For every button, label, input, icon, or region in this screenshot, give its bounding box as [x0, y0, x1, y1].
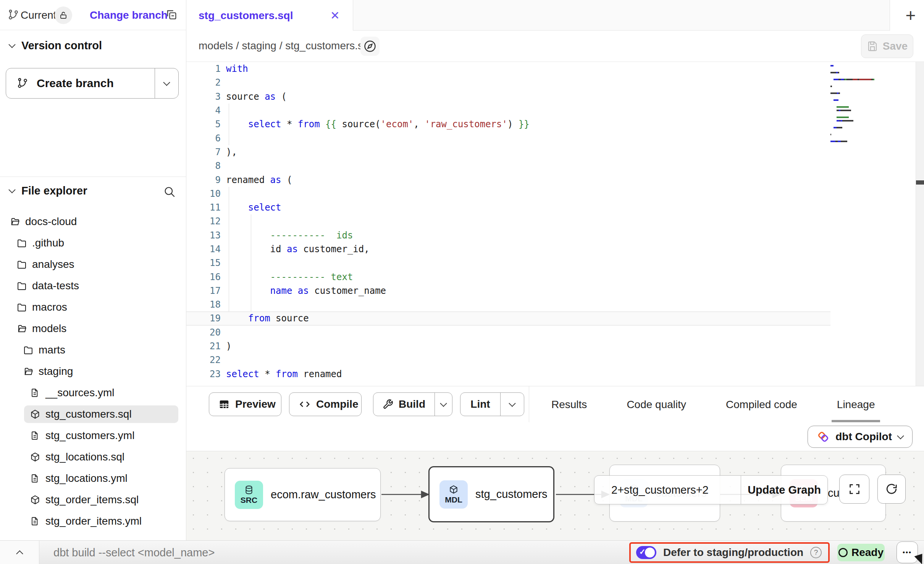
code-line[interactable]: 8 [186, 159, 924, 173]
lineage-canvas[interactable]: MDL customers SEM cus SRC ecom.raw_custo… [186, 451, 924, 540]
tree-item-label: docs-cloud [25, 216, 77, 228]
line-number: 15 [186, 258, 226, 268]
code-text: from source [226, 313, 309, 324]
code-text: renamed as ( [226, 175, 292, 185]
code-line[interactable]: 7), [186, 145, 924, 159]
tab-lineage[interactable]: Lineage [837, 386, 875, 423]
code-line[interactable]: 23select * from renamed [186, 367, 924, 381]
section-divider [0, 177, 186, 177]
lineage-selector-bar: 2+stg_customers+2 Update Graph [594, 475, 828, 504]
scrollbar-thumb[interactable] [916, 180, 924, 185]
tree-item-analyses[interactable]: analyses [0, 254, 186, 275]
create-branch-button[interactable]: Create branch [6, 68, 179, 99]
tab-stg-customers-sql[interactable]: stg_customers.sql ✕ [186, 0, 353, 31]
tree-item-models[interactable]: models [0, 318, 186, 339]
preview-label: Preview [235, 398, 276, 410]
close-icon[interactable]: ✕ [330, 9, 340, 22]
tab-compiled-code[interactable]: Compiled code [726, 386, 797, 423]
tree-item-docs-cloud[interactable]: docs-cloud [0, 211, 186, 232]
code-line[interactable]: 18 [186, 298, 924, 311]
code-line[interactable]: 12 [186, 214, 924, 228]
tree-item-stg_order_items.sql[interactable]: stg_order_items.sql [0, 489, 186, 511]
code-line[interactable]: 15 [186, 256, 924, 270]
line-number: 21 [186, 341, 226, 352]
tree-item-staging[interactable]: staging [0, 361, 186, 382]
tree-item-stg_customers.yml[interactable]: stg_customers.yml [0, 425, 186, 446]
copy-icon[interactable] [165, 8, 178, 21]
tree-item-data-tests[interactable]: data-tests [0, 275, 186, 297]
build-dropdown[interactable] [435, 393, 452, 416]
status-badge: Ready [837, 544, 885, 561]
refresh-button[interactable] [877, 475, 906, 504]
search-icon[interactable] [163, 185, 176, 198]
code-line[interactable]: 22 [186, 353, 924, 367]
defer-toggle[interactable]: ✓ [636, 546, 656, 559]
change-branch-link[interactable]: Change branch [90, 9, 168, 21]
create-branch-dropdown[interactable] [155, 68, 178, 98]
tree-item-label: data-tests [32, 280, 79, 292]
compile-button[interactable]: Compile [289, 392, 362, 416]
code-line[interactable]: 17 name as customer_name [186, 284, 924, 298]
code-line[interactable]: 14 id as customer_id, [186, 242, 924, 256]
new-tab-button[interactable]: + [900, 5, 922, 26]
tab-code-quality[interactable]: Code quality [627, 386, 686, 423]
code-line[interactable]: 20 [186, 326, 924, 339]
minimap[interactable] [830, 65, 879, 147]
code-line[interactable]: 1with [186, 62, 924, 76]
code-line[interactable]: 4 [186, 104, 924, 117]
code-line[interactable]: 2 [186, 76, 924, 89]
editor-scrollbar[interactable] [916, 62, 924, 386]
code-line[interactable]: 3source as ( [186, 90, 924, 104]
lineage-node-source[interactable]: SRC ecom.raw_customers [225, 468, 381, 521]
sidebar: Current Change branch Version control Cr… [0, 0, 186, 540]
preview-button[interactable]: Preview [209, 392, 281, 416]
code-line[interactable]: 21) [186, 339, 924, 353]
chevron-down-icon [163, 79, 170, 86]
fullscreen-button[interactable] [839, 475, 869, 504]
build-button[interactable]: Build [373, 392, 452, 416]
tree-item-stg_customers.sql[interactable]: stg_customers.sql [0, 404, 186, 425]
code-editor[interactable]: 1with23source as (45 select * from {{ so… [186, 62, 924, 386]
chevron-down-icon [8, 186, 15, 193]
chevron-down-icon [509, 400, 515, 407]
tree-item-.github[interactable]: .github [0, 232, 186, 254]
help-icon[interactable]: ? [810, 547, 822, 558]
lineage-selector-input[interactable]: 2+stg_customers+2 [594, 476, 741, 504]
code-line[interactable]: 9renamed as ( [186, 173, 924, 186]
code-text: select * from {{ source('ecom', 'raw_cus… [226, 119, 530, 130]
more-options-button[interactable]: ••• [897, 541, 918, 563]
lint-button[interactable]: Lint [460, 392, 524, 416]
tab-results[interactable]: Results [551, 386, 587, 423]
code-line[interactable]: 16 ---------- text [186, 270, 924, 284]
copilot-row: dbt Copilot [186, 422, 924, 451]
lint-dropdown[interactable] [500, 393, 524, 416]
code-line[interactable]: 13 ---------- ids [186, 229, 924, 242]
open-in-lineage-button[interactable] [360, 37, 380, 56]
code-line[interactable]: 6 [186, 131, 924, 145]
folder-icon [16, 238, 27, 248]
tree-item-stg_locations.yml[interactable]: stg_locations.yml [0, 468, 186, 489]
tree-item-stg_order_items.yml[interactable]: stg_order_items.yml [0, 511, 186, 532]
tree-item-macros[interactable]: macros [0, 297, 186, 318]
model-icon [30, 452, 40, 462]
lineage-node-stg-customers[interactable]: MDL stg_customers [428, 466, 554, 522]
indent-guide [251, 214, 251, 311]
save-button[interactable]: Save [861, 34, 913, 58]
save-icon [867, 41, 878, 52]
tree-item-__sources.yml[interactable]: __sources.yml [0, 382, 186, 404]
version-control-section-header[interactable]: Version control [0, 39, 102, 52]
tree-item-stg_locations.sql[interactable]: stg_locations.sql [0, 446, 186, 468]
command-input[interactable]: dbt build --select <model_name> [53, 541, 215, 564]
update-graph-button[interactable]: Update Graph [741, 476, 827, 504]
file-explorer-section-header[interactable]: File explorer [0, 185, 87, 197]
code-line[interactable]: 10 [186, 187, 924, 201]
code-line[interactable]: 5 select * from {{ source('ecom', 'raw_c… [186, 117, 924, 131]
plus-icon: + [906, 5, 916, 26]
code-line[interactable]: 11 select [186, 201, 924, 214]
collapse-panel-button[interactable] [0, 541, 39, 564]
dbt-copilot-button[interactable]: dbt Copilot [808, 426, 913, 448]
breadcrumb: models / staging / stg_customers.sql [199, 40, 372, 52]
code-line[interactable]: 19 from source [186, 311, 830, 325]
tree-item-marts[interactable]: marts [0, 339, 186, 361]
branch-header: Current Change branch [0, 0, 186, 30]
